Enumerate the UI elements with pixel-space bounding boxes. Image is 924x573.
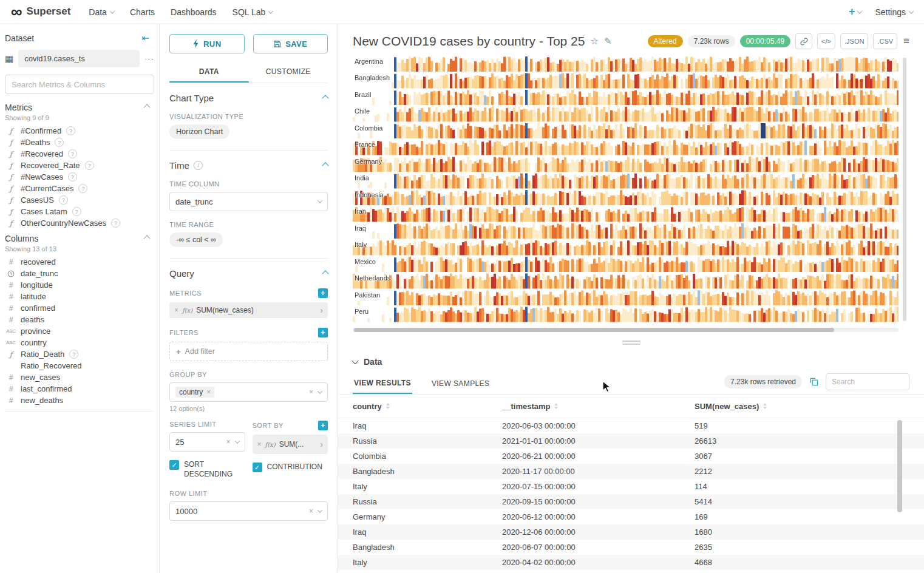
- time-range-value[interactable]: -∞ ≤ col < ∞: [169, 232, 223, 247]
- sort-by-pill[interactable]: × ƒ(x) SUM(... ›: [253, 435, 328, 454]
- column-header-country[interactable]: country: [353, 402, 502, 411]
- viz-type-value[interactable]: Horizon Chart: [169, 124, 229, 139]
- chart-horizontal-scrollbar[interactable]: [353, 328, 899, 332]
- chevron-up-icon[interactable]: [143, 104, 150, 110]
- chevron-down-icon[interactable]: [352, 358, 358, 364]
- nav-item-dashboards[interactable]: Dashboards: [171, 7, 217, 17]
- nav-item-sqllab[interactable]: SQL Lab: [233, 7, 273, 17]
- add-metric-button[interactable]: +: [318, 288, 328, 298]
- column-item[interactable]: #deaths: [5, 314, 154, 325]
- remove-tag-icon[interactable]: ×: [206, 388, 211, 396]
- column-item[interactable]: #confirmed: [5, 302, 154, 314]
- embed-code-button[interactable]: </>: [817, 33, 835, 49]
- run-button[interactable]: RUN: [169, 34, 245, 53]
- search-metrics-columns-input[interactable]: [5, 75, 154, 94]
- horizon-row-label: Iran: [355, 208, 366, 215]
- panel-resize-handle[interactable]: [622, 341, 640, 345]
- metric-item[interactable]: ƒ#CurrentCases?: [5, 183, 154, 194]
- share-link-button[interactable]: [795, 33, 812, 49]
- contribution-checkbox[interactable]: ✓ CONTRIBUTION: [253, 463, 328, 472]
- tab-view-results[interactable]: VIEW RESULTS: [353, 373, 412, 394]
- group-by-select[interactable]: country × ×: [169, 382, 328, 402]
- metric-item[interactable]: ƒOtherCountryNewCases?: [5, 217, 154, 229]
- metric-item[interactable]: ƒ#Confirmed?: [5, 125, 154, 137]
- chevron-up-icon[interactable]: [322, 270, 328, 277]
- add-filter-button[interactable]: + Add filter: [169, 342, 328, 361]
- table-row[interactable]: Bangladesh2020-11-17 00:00:002212: [338, 464, 924, 479]
- superset-brand[interactable]: ∞ Superset: [11, 5, 70, 18]
- new-item-button[interactable]: +: [849, 5, 862, 18]
- column-header-timestamp[interactable]: __timestamp: [502, 402, 695, 411]
- table-row[interactable]: Italy2020-07-15 00:00:00114: [338, 479, 924, 494]
- group-by-tag[interactable]: country ×: [175, 387, 214, 398]
- table-row[interactable]: Germany2020-06-12 00:00:00169: [338, 509, 924, 524]
- tab-data[interactable]: DATA: [169, 62, 249, 83]
- table-row[interactable]: Italy2020-04-02 00:00:004668: [338, 555, 924, 570]
- column-item[interactable]: #latitude: [5, 291, 154, 302]
- remove-metric-icon[interactable]: ×: [174, 307, 178, 314]
- remove-metric-icon[interactable]: ×: [257, 441, 262, 448]
- column-item[interactable]: #new_cases: [5, 371, 154, 383]
- results-vertical-scrollbar[interactable]: [897, 419, 902, 573]
- clear-icon[interactable]: ×: [309, 388, 313, 396]
- favorite-star-icon[interactable]: ☆: [590, 36, 598, 47]
- scrollbar-thumb[interactable]: [897, 420, 902, 512]
- metric-item[interactable]: ƒ#Deaths?: [5, 137, 154, 148]
- column-item[interactable]: #new_deaths: [5, 395, 154, 406]
- edit-title-icon[interactable]: ✎: [604, 36, 612, 47]
- nav-item-charts[interactable]: Charts: [130, 7, 155, 17]
- export-json-button[interactable]: .JSON: [840, 33, 868, 49]
- column-item[interactable]: ƒRatio_Death?: [5, 348, 154, 360]
- add-sort-button[interactable]: +: [318, 421, 328, 430]
- chart-header: New COVID19 cases by country - Top 25 ☆ …: [338, 24, 924, 53]
- metric-item[interactable]: ƒCases Latam?: [5, 206, 154, 217]
- table-row[interactable]: Colombia2020-06-21 00:00:003067: [338, 449, 924, 464]
- dataset-name[interactable]: covid19.cases_ts: [18, 50, 140, 67]
- column-item[interactable]: #longitude: [5, 279, 154, 291]
- caret-right-icon[interactable]: ›: [320, 306, 323, 314]
- settings-menu[interactable]: Settings: [875, 7, 913, 17]
- row-limit-select[interactable]: 10000 ×: [169, 501, 328, 521]
- add-filter-plus-button[interactable]: +: [318, 328, 328, 337]
- column-item[interactable]: date_trunc: [5, 268, 154, 279]
- chevron-up-icon[interactable]: [322, 95, 328, 101]
- altered-badge[interactable]: Altered: [648, 35, 683, 47]
- copy-icon[interactable]: [809, 377, 818, 386]
- results-search-input[interactable]: [826, 373, 909, 390]
- nav-item-data[interactable]: Data: [89, 7, 114, 17]
- chevron-up-icon[interactable]: [322, 162, 328, 169]
- chart-menu-icon[interactable]: ≡: [903, 35, 909, 47]
- series-limit-select[interactable]: 25 ×: [169, 432, 245, 452]
- plus-icon: +: [176, 347, 181, 356]
- collapse-panel-icon[interactable]: ⇤: [141, 33, 149, 44]
- scrollbar-thumb[interactable]: [354, 328, 834, 332]
- tab-view-samples[interactable]: VIEW SAMPLES: [430, 373, 491, 393]
- column-item[interactable]: #last_confirmed: [5, 383, 154, 395]
- metric-pill[interactable]: × ƒ(x) SUM(new_cases) ›: [169, 302, 328, 318]
- export-csv-button[interactable]: .CSV: [873, 33, 897, 49]
- caret-right-icon[interactable]: ›: [320, 440, 323, 449]
- dataset-options-icon[interactable]: ···: [144, 54, 154, 63]
- column-item[interactable]: ABCcountry: [5, 337, 154, 348]
- save-button[interactable]: SAVE: [253, 34, 328, 53]
- sort-descending-checkbox[interactable]: ✓ SORT DESCENDING: [169, 460, 245, 479]
- chart-vertical-scrollbar[interactable]: [903, 58, 906, 321]
- metric-item[interactable]: ƒ#Recovered?: [5, 148, 154, 160]
- metric-item[interactable]: ƒRecovered_Rate?: [5, 160, 154, 171]
- table-row[interactable]: Russia2020-09-15 00:00:005414: [338, 494, 924, 509]
- column-header-sum-new-cases[interactable]: SUM(new_cases): [695, 402, 909, 411]
- metric-item[interactable]: ƒCasesUS?: [5, 194, 154, 206]
- table-row[interactable]: Iraq2020-12-06 00:00:001680: [338, 524, 924, 540]
- time-column-select[interactable]: date_trunc: [169, 192, 328, 211]
- column-item[interactable]: ABCprovince: [5, 325, 154, 337]
- column-item[interactable]: Ratio_Recovered: [5, 360, 154, 371]
- table-row[interactable]: Russia2021-01-01 00:00:0026613: [338, 433, 924, 449]
- metric-item[interactable]: ƒ#NewCases?: [5, 171, 154, 183]
- table-row[interactable]: Bangladesh2020-06-07 00:00:002635: [338, 540, 924, 555]
- chevron-up-icon[interactable]: [143, 235, 150, 242]
- table-row[interactable]: Iraq2020-06-03 00:00:00519: [338, 418, 924, 433]
- column-item[interactable]: #recovered: [5, 256, 154, 268]
- clear-icon[interactable]: ×: [309, 507, 313, 515]
- clear-icon[interactable]: ×: [226, 438, 230, 446]
- tab-customize[interactable]: CUSTOMIZE: [249, 62, 328, 83]
